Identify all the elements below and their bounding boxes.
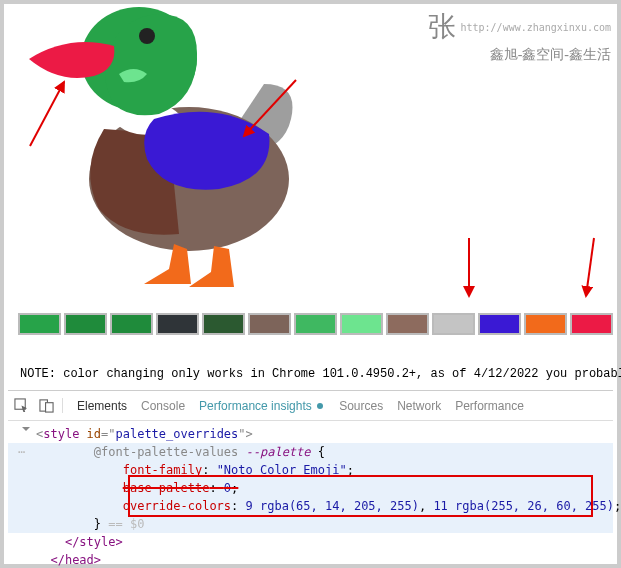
tab-performance[interactable]: Performance	[455, 399, 524, 413]
watermark-char: 张	[428, 8, 456, 46]
watermark-cn: 鑫旭-鑫空间-鑫生活	[428, 46, 611, 64]
collapsed-icon[interactable]: …	[18, 440, 25, 458]
arrow-swatch-blue	[454, 234, 484, 304]
swatch-6[interactable]	[294, 313, 337, 335]
palette-swatches	[18, 313, 613, 335]
devtools-toolbar: Elements Console Performance insights So…	[8, 391, 613, 421]
expand-icon[interactable]	[22, 427, 30, 435]
swatch-5[interactable]	[248, 313, 291, 335]
tab-perfinsights[interactable]: Performance insights	[199, 399, 325, 413]
swatch-11[interactable]	[524, 313, 567, 335]
swatch-1[interactable]	[64, 313, 107, 335]
tab-console[interactable]: Console	[141, 399, 185, 413]
devtools-dom-tree[interactable]: … <style id="palette_overrides"> @font-p…	[8, 421, 613, 568]
tab-sources[interactable]: Sources	[339, 399, 383, 413]
swatch-8[interactable]	[386, 313, 429, 335]
demo-area: 张 http://www.zhangxinxu.com 鑫旭-鑫空间-鑫生活	[4, 4, 617, 339]
watermark: 张 http://www.zhangxinxu.com 鑫旭-鑫空间-鑫生活	[428, 8, 611, 64]
duck-svg	[19, 4, 319, 289]
arrow-swatch-red	[576, 234, 606, 304]
tab-network[interactable]: Network	[397, 399, 441, 413]
swatch-7[interactable]	[340, 313, 383, 335]
svg-rect-9	[46, 403, 54, 412]
highlight-box	[128, 475, 593, 517]
swatch-3[interactable]	[156, 313, 199, 335]
swatch-12[interactable]	[570, 313, 613, 335]
tab-elements[interactable]: Elements	[77, 399, 127, 413]
swatch-10[interactable]	[478, 313, 521, 335]
note-text: NOTE: color changing only works in Chrom…	[4, 367, 617, 381]
screenshot-frame: 张 http://www.zhangxinxu.com 鑫旭-鑫空间-鑫生活	[0, 0, 621, 568]
swatch-2[interactable]	[110, 313, 153, 335]
devtools-panel: Elements Console Performance insights So…	[8, 390, 613, 560]
device-icon[interactable]	[39, 398, 54, 413]
duck-emoji	[19, 4, 339, 294]
swatch-9[interactable]	[432, 313, 475, 335]
svg-point-2	[139, 28, 155, 44]
watermark-url: http://www.zhangxinxu.com	[460, 22, 611, 33]
svg-point-10	[317, 403, 323, 409]
swatch-0[interactable]	[18, 313, 61, 335]
inspect-icon[interactable]	[14, 398, 29, 413]
swatch-4[interactable]	[202, 313, 245, 335]
svg-line-6	[586, 238, 594, 296]
